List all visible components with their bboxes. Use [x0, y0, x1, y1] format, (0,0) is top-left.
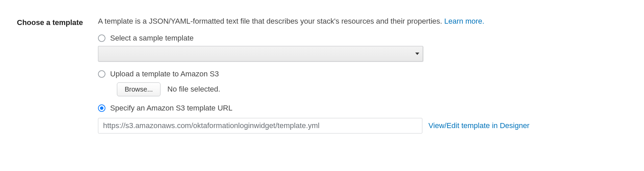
browse-button[interactable]: Browse... [117, 82, 160, 96]
radio-label-specify-s3-url[interactable]: Specify an Amazon S3 template URL [110, 104, 232, 113]
radio-upload-template[interactable] [98, 70, 105, 78]
learn-more-link[interactable]: Learn more. [444, 17, 485, 25]
s3-template-url-input[interactable] [98, 118, 422, 133]
file-status-text: No file selected. [167, 85, 220, 94]
radio-label-upload-template[interactable]: Upload a template to Amazon S3 [110, 70, 219, 78]
section-heading: Choose a template [17, 18, 98, 27]
radio-label-select-sample-template[interactable]: Select a sample template [110, 34, 194, 43]
radio-specify-s3-url[interactable] [98, 104, 105, 112]
section-description-text: A template is a JSON/YAML-formatted text… [98, 17, 444, 25]
sample-template-dropdown[interactable] [98, 46, 423, 62]
view-edit-designer-link[interactable]: View/Edit template in Designer [428, 121, 529, 130]
radio-select-sample-template[interactable] [98, 34, 105, 42]
section-description: A template is a JSON/YAML-formatted text… [98, 16, 627, 26]
chevron-down-icon [415, 52, 419, 55]
